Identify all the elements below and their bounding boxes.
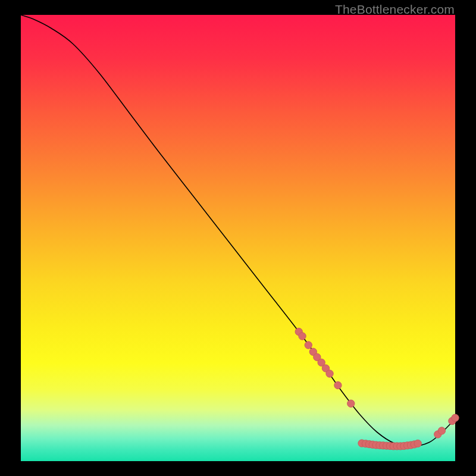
- data-marker: [326, 370, 333, 377]
- data-marker: [347, 400, 355, 407]
- data-marker: [334, 381, 342, 389]
- data-marker: [414, 440, 421, 447]
- attribution-text: TheBottlenecker.com: [335, 2, 455, 17]
- bottleneck-curve: [21, 15, 455, 446]
- chart-overlay: [21, 15, 455, 461]
- data-marker: [438, 427, 445, 434]
- data-marker: [299, 333, 306, 340]
- data-marker: [305, 342, 312, 349]
- plot-area: [21, 15, 455, 461]
- chart-container: TheBottlenecker.com: [0, 0, 476, 476]
- data-marker: [452, 414, 459, 421]
